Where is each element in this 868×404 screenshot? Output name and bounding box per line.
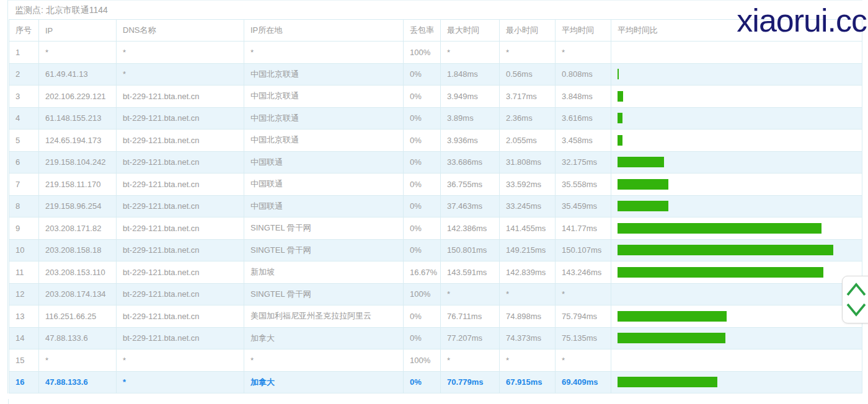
cell-max: 33.686ms (441, 151, 500, 173)
cell-min: 74.898ms (500, 305, 556, 328)
cell-loss: 0% (404, 86, 441, 108)
cell-loss: 0% (404, 107, 441, 130)
cell-loc: 新加坡 (244, 261, 404, 284)
cell-dns: bt-229-121.bta.net.cn (117, 327, 244, 349)
cell-ip: 203.208.153.110 (39, 261, 117, 284)
page: 监测点: 北京市联通1144 序号 IP DNS名称 IP所在地 丢包率 最大时… (0, 0, 868, 404)
cell-max: 77.207ms (441, 327, 500, 349)
cell-no: 6 (9, 151, 39, 173)
table-row: 13116.251.66.25bt-229-121.bta.net.cn美国加利… (9, 305, 862, 328)
cell-dns: bt-229-121.bta.net.cn (117, 261, 244, 284)
table-row: 261.49.41.13*中国北京联通0%1.848ms0.56ms0.808m… (9, 63, 862, 86)
cell-no: 16 (9, 371, 39, 393)
cell-dns: * (117, 349, 244, 372)
watermark: xiaorui.cc (737, 4, 867, 37)
cell-avg-time-ratio (611, 371, 862, 393)
cell-avg-time-ratio (611, 195, 862, 217)
scroll-widget (842, 276, 868, 323)
table-row: 5124.65.194.173bt-229-121.bta.net.cn中国北京… (9, 130, 862, 152)
table-row: 11203.208.153.110bt-229-121.bta.net.cn新加… (9, 261, 862, 284)
cell-loss: 100% (404, 283, 441, 305)
cell-loc: 中国联通 (244, 195, 404, 217)
cell-loc: SINGTEL 骨干网 (244, 239, 404, 261)
avg-time-bar (618, 113, 622, 123)
cell-loss: 0% (404, 151, 441, 173)
cell-no: 4 (9, 107, 39, 130)
cell-loc: * (244, 42, 404, 64)
cell-dns: bt-229-121.bta.net.cn (117, 195, 244, 217)
cell-avg-time-ratio (611, 63, 862, 86)
cell-max: 37.463ms (441, 195, 500, 217)
cell-loss: 100% (404, 42, 441, 64)
col-header-index: 序号 (9, 20, 39, 42)
cell-max: 3.936ms (441, 130, 500, 152)
cell-avg-time-ratio (611, 173, 862, 196)
cell-dns: bt-229-121.bta.net.cn (117, 173, 244, 196)
cell-no: 3 (9, 86, 39, 108)
cell-max: 36.755ms (441, 173, 500, 196)
scroll-down-button[interactable] (846, 302, 867, 318)
cell-no: 1 (9, 42, 39, 64)
avg-time-bar (618, 223, 822, 234)
panel-title: 监测点: 北京市联通1144 (8, 1, 862, 19)
cell-avg-time-ratio (611, 261, 862, 284)
cell-ip: 47.88.133.6 (39, 371, 117, 393)
cell-min: 67.915ms (500, 371, 556, 393)
table-row: 1447.88.133.6bt-229-121.bta.net.cn加拿大0%7… (9, 327, 862, 349)
cell-ip: * (39, 42, 117, 64)
cell-loc: SINGTEL 骨干网 (244, 283, 404, 305)
cell-min: 2.36ms (500, 107, 556, 130)
cell-dns: bt-229-121.bta.net.cn (117, 239, 244, 261)
cell-no: 5 (9, 130, 39, 152)
cell-ip: 61.49.41.13 (39, 63, 117, 86)
cell-min: 2.055ms (500, 130, 556, 152)
cell-avg: 35.459ms (556, 195, 611, 217)
cell-avg-time-ratio (611, 239, 862, 261)
cell-min: 142.839ms (500, 261, 556, 284)
cell-dns: * (117, 63, 244, 86)
cell-max: 3.89ms (441, 107, 500, 130)
monitor-panel: 监测点: 北京市联通1144 序号 IP DNS名称 IP所在地 丢包率 最大时… (7, 0, 862, 393)
cell-loc: 加拿大 (244, 371, 404, 393)
col-header-min-time: 最小时间 (500, 20, 556, 42)
cell-no: 2 (9, 63, 39, 86)
cell-avg-time-ratio (611, 42, 862, 64)
cell-avg: 32.175ms (556, 151, 611, 173)
col-header-ip: IP (39, 20, 117, 42)
cell-min: * (500, 283, 556, 305)
cell-no: 10 (9, 239, 39, 261)
table-row: 12203.208.174.134bt-229-121.bta.net.cnSI… (9, 283, 862, 305)
cell-avg-time-ratio (611, 130, 862, 152)
cell-dns: bt-229-121.bta.net.cn (117, 130, 244, 152)
cell-loc: * (244, 349, 404, 372)
cell-max: 150.801ms (441, 239, 500, 261)
cell-loc: 中国北京联通 (244, 63, 404, 86)
cell-loc: 美国加利福尼亚州圣克拉拉阿里云 (244, 305, 404, 328)
cell-loss: 0% (404, 217, 441, 240)
col-header-loss: 丢包率 (404, 20, 441, 42)
cell-ip: 203.208.171.82 (39, 217, 117, 240)
cell-loss: 0% (404, 305, 441, 328)
cell-avg-time-ratio (611, 327, 862, 349)
cell-max: 70.779ms (441, 371, 500, 393)
avg-time-bar (618, 201, 668, 211)
scroll-up-button[interactable] (846, 281, 867, 297)
cell-ip: 219.158.96.254 (39, 195, 117, 217)
cell-ip: 203.208.174.134 (39, 283, 117, 305)
cell-min: 0.56ms (500, 63, 556, 86)
cell-avg: * (556, 42, 611, 64)
cell-min: 141.455ms (500, 217, 556, 240)
col-header-location: IP所在地 (244, 20, 404, 42)
avg-time-bar (618, 157, 664, 167)
table-row: 8219.158.96.254bt-229-121.bta.net.cn中国联通… (9, 195, 862, 217)
cell-no: 8 (9, 195, 39, 217)
cell-loc: 中国北京联通 (244, 107, 404, 130)
avg-time-bar (618, 91, 623, 102)
cell-max: 143.591ms (441, 261, 500, 284)
cell-min: 31.808ms (500, 151, 556, 173)
avg-time-bar (618, 179, 668, 190)
table-row: 7219.158.11.170bt-229-121.bta.net.cn中国联通… (9, 173, 862, 196)
cell-no: 11 (9, 261, 39, 284)
avg-time-bar (618, 245, 833, 255)
cell-no: 15 (9, 349, 39, 372)
